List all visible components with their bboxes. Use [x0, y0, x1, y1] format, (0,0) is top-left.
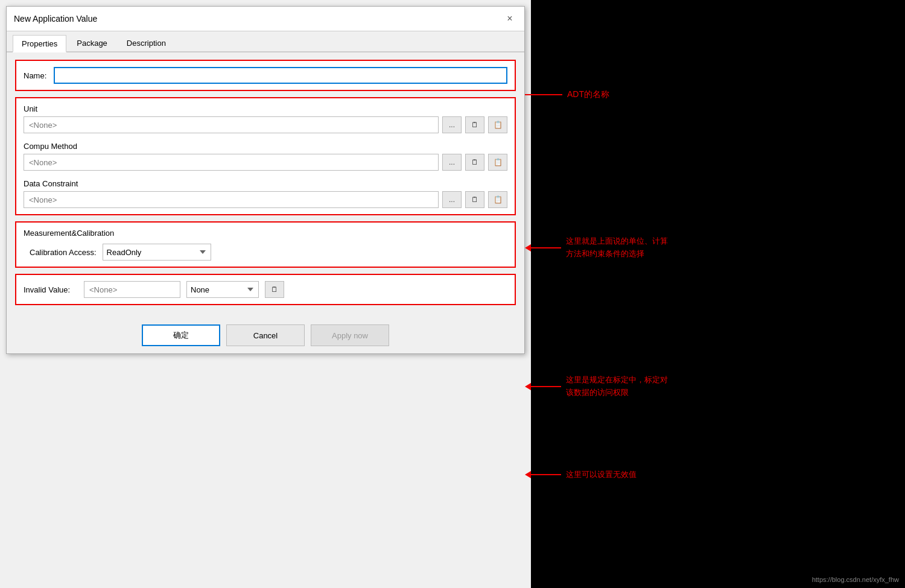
- unit-dots-button[interactable]: ...: [442, 116, 462, 133]
- dialog-titlebar: New Application Value ×: [7, 7, 524, 31]
- ann2-arrowhead: [525, 244, 531, 251]
- tab-properties[interactable]: Properties: [13, 35, 66, 52]
- ann4-text: 这里可以设置无效值: [566, 469, 637, 480]
- compu-label: Compu Method: [24, 142, 507, 151]
- unit-dots-icon: ...: [449, 121, 455, 129]
- dc-dots-icon: ...: [449, 195, 455, 204]
- compu-dots-button[interactable]: ...: [442, 154, 462, 171]
- invalid-value-select[interactable]: None Value Range: [186, 281, 259, 298]
- ann4-line: [531, 474, 561, 475]
- name-label: Name:: [24, 71, 48, 80]
- unit-ref-icon: 📋: [494, 121, 503, 129]
- ann3-text: 这里是规定在标定中，标定对 该数据的访问权限: [566, 374, 668, 399]
- compu-row: ... 🗒 📋: [24, 154, 507, 171]
- compu-input[interactable]: [24, 154, 439, 171]
- confirm-button[interactable]: 确定: [142, 324, 220, 346]
- invalid-new-icon: 🗒: [271, 285, 278, 294]
- unit-ref-button[interactable]: 📋: [488, 116, 507, 133]
- ann2-text: 这里就是上面说的单位、计算 方法和约束条件的选择: [566, 235, 668, 261]
- unit-label: Unit: [24, 104, 507, 113]
- dialog-footer: 确定 Cancel Apply now: [7, 320, 524, 353]
- dialog-title: New Application Value: [14, 14, 97, 24]
- ann2-line2: 方法和约束条件的选择: [566, 249, 644, 258]
- dialog-container: New Application Value × Properties Packa…: [6, 6, 525, 354]
- compu-new-button[interactable]: 🗒: [465, 154, 484, 171]
- ann2-line: [531, 247, 561, 248]
- compu-dots-icon: ...: [449, 158, 455, 166]
- invalid-value-icon-button[interactable]: 🗒: [265, 281, 284, 298]
- invalid-value-row: Invalid Value: None Value Range 🗒: [24, 281, 507, 298]
- cancel-button[interactable]: Cancel: [226, 324, 305, 346]
- calibration-label: Calibration Access:: [30, 248, 97, 257]
- dialog-body: Name: Unit ... 🗒 📋: [7, 52, 524, 320]
- dc-new-icon: 🗒: [471, 195, 478, 204]
- ann3-line: [531, 386, 561, 387]
- dc-dots-button[interactable]: ...: [442, 191, 462, 208]
- compu-group: Compu Method ... 🗒 📋: [24, 142, 507, 171]
- data-constraint-input[interactable]: [24, 191, 439, 208]
- ann3-arrowhead: [525, 383, 531, 390]
- ann2-line1: 这里就是上面说的单位、计算: [566, 236, 668, 245]
- dc-ref-button[interactable]: 📋: [488, 191, 507, 208]
- unit-new-button[interactable]: 🗒: [465, 116, 484, 133]
- calibration-row: Calibration Access: ReadOnly ReadWrite N…: [24, 244, 507, 261]
- ann1-line: [526, 94, 562, 95]
- ann4-arrowhead: [525, 471, 531, 478]
- annotation-3-arrow: 这里是规定在标定中，标定对 该数据的访问权限: [525, 374, 668, 399]
- measurement-section: Measurement&Calibration Calibration Acce…: [15, 221, 516, 268]
- compu-new-icon: 🗒: [471, 158, 478, 166]
- invalid-value-section: Invalid Value: None Value Range 🗒: [15, 274, 516, 305]
- props-section: Unit ... 🗒 📋 Compu Method: [15, 97, 516, 215]
- tab-package[interactable]: Package: [68, 35, 116, 51]
- ann3-line2: 该数据的访问权限: [566, 388, 629, 397]
- data-constraint-label: Data Constraint: [24, 179, 507, 188]
- dc-new-button[interactable]: 🗒: [465, 191, 484, 208]
- compu-ref-icon: 📋: [494, 158, 503, 166]
- unit-input[interactable]: [24, 116, 439, 133]
- name-section: Name:: [15, 60, 516, 91]
- measurement-title: Measurement&Calibration: [24, 229, 507, 238]
- unit-group: Unit ... 🗒 📋: [24, 104, 507, 133]
- annotation-4-arrow: 这里可以设置无效值: [525, 469, 637, 480]
- close-button[interactable]: ×: [503, 11, 517, 26]
- invalid-value-label: Invalid Value:: [24, 285, 78, 294]
- compu-ref-button[interactable]: 📋: [488, 154, 507, 171]
- name-input[interactable]: [54, 67, 507, 84]
- annotation-1: ADT的名称: [525, 89, 609, 100]
- data-constraint-group: Data Constraint ... 🗒 📋: [24, 179, 507, 208]
- unit-new-icon: 🗒: [471, 121, 478, 129]
- ann3-line1: 这里是规定在标定中，标定对: [566, 375, 668, 384]
- apply-now-button[interactable]: Apply now: [311, 324, 389, 346]
- tab-bar: Properties Package Description: [7, 31, 524, 52]
- annotation-2-arrow: 这里就是上面说的单位、计算 方法和约束条件的选择: [525, 235, 668, 261]
- invalid-value-input[interactable]: [84, 281, 180, 298]
- data-constraint-row: ... 🗒 📋: [24, 191, 507, 208]
- calibration-select[interactable]: ReadOnly ReadWrite NotAccessible: [103, 244, 211, 261]
- watermark: https://blog.csdn.net/xyfx_fhw: [812, 576, 899, 583]
- unit-row: ... 🗒 📋: [24, 116, 507, 133]
- dc-ref-icon: 📋: [494, 195, 503, 204]
- tab-description[interactable]: Description: [118, 35, 175, 51]
- ann1-text: ADT的名称: [567, 89, 609, 100]
